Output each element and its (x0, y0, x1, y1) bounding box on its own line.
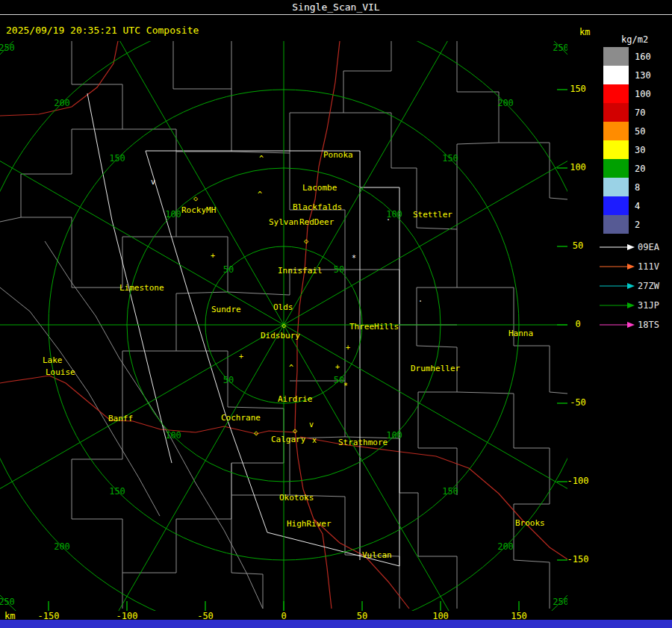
county-boundary-line (173, 41, 231, 89)
legend-entry: 100 (603, 84, 651, 103)
map-marker: · (386, 216, 391, 224)
bottom-bar (0, 620, 672, 628)
ring-distance-label: 100 (386, 430, 402, 441)
station-entry: 111V (599, 257, 659, 276)
legend-value-label: 4 (635, 201, 640, 211)
map-marker: ◇ (193, 194, 198, 202)
map-marker: * (343, 382, 348, 390)
legend-color-swatch (603, 215, 629, 234)
legend-color-swatch (603, 178, 629, 196)
legend-color-swatch (603, 84, 629, 103)
station-id-label: 31JP (638, 300, 659, 311)
ring-distance-label: 200 (497, 541, 514, 552)
legend-color-swatch (603, 103, 629, 122)
legend-entry: 4 (603, 196, 651, 215)
town-label: ThreeHills (349, 322, 399, 332)
ring-distance-label: 150 (109, 153, 125, 164)
town-label: Stettler (413, 210, 452, 220)
station-arrow-icon (599, 243, 635, 252)
map-marker: ^ (259, 155, 264, 163)
legend-color-swatch (603, 196, 629, 215)
map-marker: ^ (258, 190, 262, 199)
legend-entry: 20 (603, 159, 651, 178)
window-titlebar: Single_Scan_VIL (0, 0, 672, 15)
town-label: Drumheller (411, 364, 461, 373)
county-boundary-line (231, 463, 263, 609)
town-label: Louise (46, 367, 75, 377)
town-label: Limestone (119, 283, 164, 293)
county-boundary-line (231, 437, 345, 495)
ring-distance-label: 50 (223, 375, 234, 385)
legend-value-label: 30 (635, 145, 645, 155)
radar-map[interactable]: 5010015020025050100150200250501001502002… (0, 41, 567, 611)
county-boundary-line (122, 519, 231, 609)
legend-color-swatch (603, 159, 629, 178)
right-axis-unit-label: km (579, 27, 590, 37)
radial-line (75, 325, 284, 611)
ring-distance-label: 200 (54, 541, 70, 552)
town-label: Strathmore (338, 438, 388, 447)
station-legend: 09EA111V27ZW31JP18TS (599, 237, 659, 335)
town-label: Ponoka (323, 150, 353, 160)
ring-distance-label: 100 (165, 430, 181, 441)
radial-line (284, 325, 493, 611)
station-arrow-icon (599, 320, 635, 329)
legend-units-label: kg/m2 (621, 34, 651, 45)
map-marker: ◇ (281, 321, 286, 329)
map-marker: v (151, 178, 155, 186)
map-marker: + (335, 363, 340, 371)
vil-color-legend: kg/m2 16013010070503020842 (603, 34, 651, 234)
legend-entry: 130 (603, 66, 651, 84)
ring-distance-label: 150 (442, 486, 458, 497)
station-entry: 18TS (599, 315, 659, 335)
county-boundary-line (0, 287, 160, 516)
legend-value-label: 100 (635, 89, 651, 99)
map-marker: ◇ (254, 429, 258, 437)
legend-value-label: 70 (635, 108, 645, 118)
town-label: RedDeer (299, 217, 335, 227)
town-label: Hanna (508, 329, 533, 338)
town-label: Blackfalds (293, 202, 342, 212)
county-boundary-line (72, 351, 122, 573)
map-marker: x (312, 436, 317, 444)
legend-entry: 70 (603, 103, 651, 122)
town-label: Didsbury (261, 331, 300, 341)
ring-distance-label: 50 (223, 264, 234, 275)
town-label: Cochrane (221, 413, 261, 423)
legend-entry: 160 (603, 47, 651, 66)
map-marker: + (239, 352, 243, 361)
ring-distance-label: 250 (0, 597, 15, 607)
ring-distance-label: 100 (165, 209, 181, 220)
legend-color-swatch (603, 47, 629, 66)
county-boundary-line (457, 41, 567, 199)
ring-distance-label: 150 (442, 153, 458, 164)
radial-line (0, 116, 284, 325)
legend-value-label: 2 (635, 220, 640, 230)
station-id-label: 111V (638, 261, 659, 272)
town-label: Lake (43, 355, 63, 365)
town-label: Lacombe (302, 183, 337, 193)
town-label: Vulcan (362, 550, 392, 560)
legend-value-label: 130 (635, 70, 651, 81)
map-marker: · (418, 297, 423, 305)
legend-entry: 30 (603, 140, 651, 159)
station-id-label: 27ZW (638, 281, 659, 291)
map-marker: * (352, 254, 356, 262)
legend-value-label: 20 (635, 164, 645, 174)
town-label: Calgary (271, 435, 306, 444)
window-title: Single_Scan_VIL (292, 1, 379, 13)
station-entry: 09EA (599, 237, 659, 257)
county-boundary-line (122, 129, 176, 152)
station-entry: 31JP (599, 296, 659, 315)
station-id-label: 18TS (638, 320, 659, 330)
map-marker: + (346, 343, 350, 352)
map-marker: ◇ (304, 237, 308, 245)
ring-distance-label: 200 (54, 98, 70, 108)
timestamp-label: 2025/09/19 20:35:21 UTC Composite (6, 25, 199, 36)
legend-color-swatch (603, 122, 629, 140)
town-label: Okotoks (279, 493, 314, 503)
radar-coverage-boundary (87, 93, 172, 463)
legend-value-label: 50 (635, 126, 645, 137)
station-arrow-icon (599, 301, 635, 310)
station-id-label: 09EA (638, 242, 659, 252)
